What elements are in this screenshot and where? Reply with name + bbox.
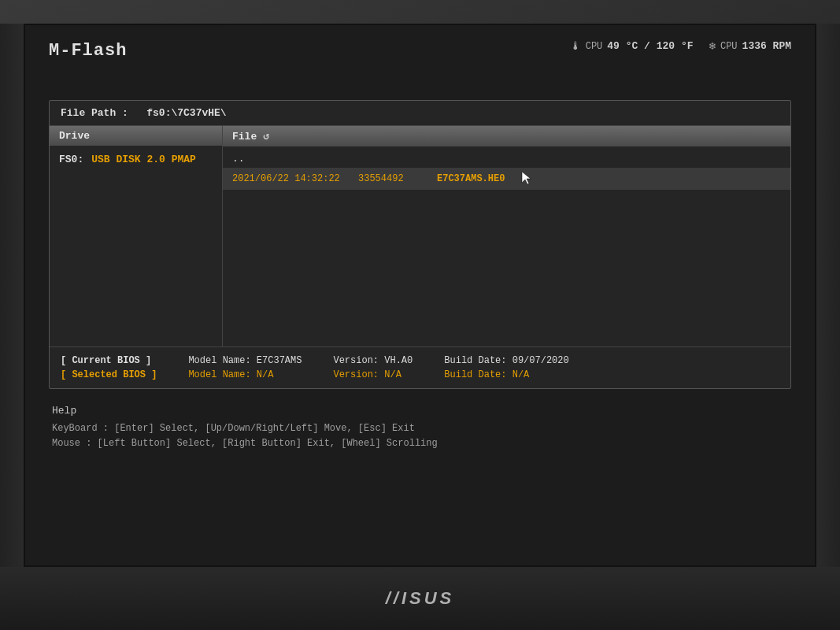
bios-background: M-Flash 🌡 CPU 49 °C / 120 °F ❄ CPU 1336 … xyxy=(25,25,815,565)
current-version: Version: VH.A0 xyxy=(333,355,413,366)
file-panel: File ↺ .. 2021/06/22 14:32:22 3355449 xyxy=(223,126,790,346)
current-model: Model Name: E7C37AMS xyxy=(188,355,302,366)
file-header-label: File xyxy=(232,131,257,143)
drive-item[interactable]: FS0: USB DISK 2.0 PMAP xyxy=(50,149,222,170)
drive-panel: Drive FS0: USB DISK 2.0 PMAP xyxy=(50,126,223,346)
current-bios-label: [ Current BIOS ] xyxy=(61,355,157,366)
bios-build-col: Build Date: 09/07/2020 Build Date: N/A xyxy=(444,355,568,380)
file-size: 33554492 xyxy=(358,173,421,184)
main-panel: File Path : fs0:\7C37vHE\ Drive FS0: xyxy=(49,100,791,389)
mouse-cursor-icon xyxy=(520,170,533,186)
file-item-row[interactable]: 2021/06/22 14:32:22 33554492 E7C37AMS.HE… xyxy=(223,168,790,190)
drive-id: FS0: xyxy=(59,154,83,165)
file-panel-content: .. 2021/06/22 14:32:22 33554492 E7C37AMS… xyxy=(223,146,790,193)
brand-logo: //ISUS xyxy=(386,588,455,609)
file-path-label: File Path : xyxy=(61,107,128,119)
cpu-temp-stat: 🌡 CPU 49 °C / 120 °F xyxy=(570,40,694,53)
help-title: Help xyxy=(52,405,788,417)
cpu-fan-label: CPU xyxy=(720,41,738,52)
parent-dir-indicator: .. xyxy=(232,153,245,165)
file-panel-header: File ↺ xyxy=(223,126,790,146)
current-build: Build Date: 09/07/2020 xyxy=(444,355,568,366)
drive-name: USB DISK 2.0 PMAP xyxy=(91,154,196,165)
cpu-stats-bar: 🌡 CPU 49 °C / 120 °F ❄ CPU 1336 RPM xyxy=(570,39,791,53)
cpu-fan-value: 1336 RPM xyxy=(742,40,791,52)
selected-model: Model Name: N/A xyxy=(188,369,302,380)
thermometer-icon: 🌡 xyxy=(570,40,581,53)
drive-panel-header: Drive xyxy=(50,126,222,146)
screen: M-Flash 🌡 CPU 49 °C / 120 °F ❄ CPU 1336 … xyxy=(24,24,816,567)
left-bezel xyxy=(0,24,24,567)
help-keyboard-line: KeyBoard : [Enter] Select, [Up/Down/Righ… xyxy=(52,421,788,436)
drive-panel-content: FS0: USB DISK 2.0 PMAP xyxy=(50,146,222,173)
bios-info-bar: [ Current BIOS ] [ Selected BIOS ] Model… xyxy=(50,346,790,388)
cpu-fan-stat: ❄ CPU 1336 RPM xyxy=(709,39,791,53)
bios-version-col: Version: VH.A0 Version: N/A xyxy=(333,355,413,380)
selected-build: Build Date: N/A xyxy=(444,369,568,380)
bottom-bezel: //ISUS xyxy=(0,567,840,630)
help-mouse-line: Mouse : [Left Button] Select, [Right But… xyxy=(52,436,788,451)
svg-marker-0 xyxy=(522,172,531,184)
selected-bios-label: [ Selected BIOS ] xyxy=(61,369,157,380)
cpu-temp-label: CPU xyxy=(586,41,603,52)
file-path-bar: File Path : fs0:\7C37vHE\ xyxy=(50,101,790,126)
drive-header-label: Drive xyxy=(59,130,90,142)
cpu-temp-value: 49 °C / 120 °F xyxy=(607,40,693,52)
file-date: 2021/06/22 14:32:22 xyxy=(232,173,342,184)
file-name: E7C37AMS.HE0 xyxy=(437,173,505,184)
selected-version: Version: N/A xyxy=(333,369,413,380)
bios-model-col: Model Name: E7C37AMS Model Name: N/A xyxy=(188,355,302,380)
file-path-value: fs0:\7C37vHE\ xyxy=(146,107,226,119)
right-bezel xyxy=(816,24,840,567)
fan-icon: ❄ xyxy=(709,39,716,53)
refresh-icon[interactable]: ↺ xyxy=(263,130,269,143)
file-item-parent[interactable]: .. xyxy=(223,150,790,168)
bios-labels-col: [ Current BIOS ] [ Selected BIOS ] xyxy=(61,355,157,380)
help-section: Help KeyBoard : [Enter] Select, [Up/Down… xyxy=(49,405,791,451)
file-browser: Drive FS0: USB DISK 2.0 PMAP File xyxy=(50,126,790,346)
monitor-outer: M-Flash 🌡 CPU 49 °C / 120 °F ❄ CPU 1336 … xyxy=(0,0,840,630)
